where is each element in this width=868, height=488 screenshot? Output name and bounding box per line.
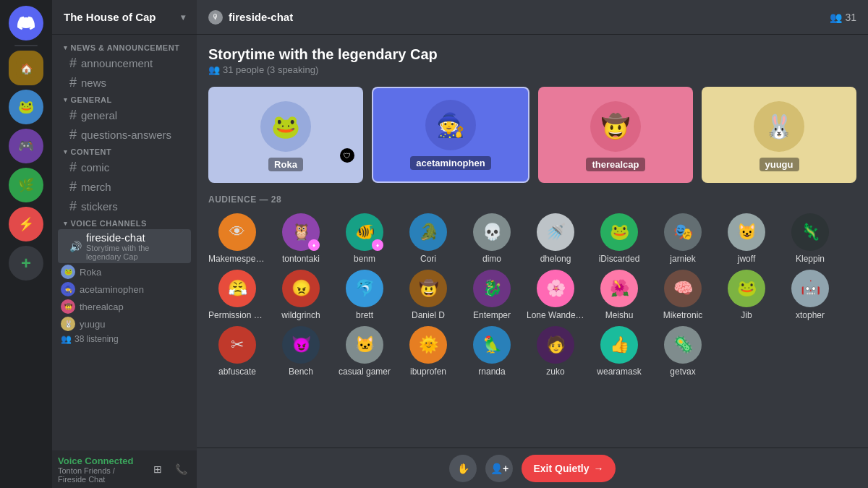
- voice-user-listening[interactable]: 👥 38 listening: [58, 333, 197, 346]
- speaker-name-acetaminophen: acetaminophen: [410, 156, 490, 170]
- audience-member-bench[interactable]: 😈Bench: [272, 326, 330, 377]
- audience-member-wearamask[interactable]: 👍wearamask: [590, 326, 648, 377]
- exit-quietly-button[interactable]: Exit Quietly →: [522, 455, 615, 482]
- server-3[interactable]: 🎮: [9, 129, 43, 163]
- add-server-button[interactable]: +: [9, 246, 43, 281]
- audience-member-meishu[interactable]: 🌺Meishu: [590, 270, 648, 320]
- mod-icon-roka: 🛡: [340, 148, 354, 163]
- hash-icon: #: [69, 75, 77, 90]
- audience-member-jarniek[interactable]: 🎭jarniek: [654, 213, 712, 264]
- raise-hand-button[interactable]: ✋: [449, 455, 477, 482]
- voice-user-roka[interactable]: 🐸 Roka: [58, 263, 197, 281]
- audience-name: zuko: [527, 367, 584, 377]
- audience-avatar: 🐊: [409, 213, 447, 251]
- audience-name: Permission Man: [208, 310, 266, 320]
- audience-member-zuko[interactable]: 🧑zuko: [527, 326, 584, 377]
- server-4[interactable]: 🌿: [9, 168, 43, 202]
- avatar-acetaminophen: 🧙: [61, 282, 75, 296]
- audience-member-lone-wanderer[interactable]: 🌸Lone Wanderer: [527, 270, 584, 320]
- category-label: NEWS & ANNOUNCEMENT: [71, 43, 180, 52]
- voice-user-name: Roka: [80, 267, 101, 278]
- channel-name: stickers: [81, 200, 118, 213]
- disconnect-icon[interactable]: 📞: [171, 459, 191, 479]
- audience-member-cori[interactable]: 🐊Cori: [399, 213, 457, 264]
- avatar-yuugu: 🐰: [61, 317, 75, 331]
- speaker-card-acetaminophen[interactable]: 🧙 acetaminophen: [372, 87, 529, 183]
- audience-member-casual-gamer[interactable]: 🐱casual gamer: [336, 326, 393, 377]
- audience-member-jib[interactable]: 🐸Jib: [718, 270, 775, 320]
- audience-avatar: 💀: [473, 213, 511, 251]
- speaker-card-therealcap[interactable]: 🤠 therealcap: [538, 87, 693, 183]
- server-2[interactable]: 🐸: [9, 90, 43, 124]
- audience-member-getvax[interactable]: 🦠getvax: [654, 326, 712, 377]
- speaker-name-yuugu: yuugu: [760, 158, 799, 171]
- audience-member-tontontaki[interactable]: 🦉♦tontontaki: [272, 213, 330, 264]
- voice-user-yuugu[interactable]: 🐰 yuugu: [58, 315, 197, 333]
- discord-home-icon[interactable]: [9, 6, 43, 40]
- audience-member-miketronic[interactable]: 🧠Miketronic: [654, 270, 712, 320]
- audience-avatar: 🌞: [409, 326, 447, 364]
- invite-button[interactable]: 👤+: [485, 455, 513, 482]
- audience-member-rnanda[interactable]: 🦜rnanda: [463, 326, 521, 377]
- badge-icon: ♦: [372, 239, 383, 251]
- hash-icon: #: [69, 199, 77, 214]
- audience-member-daniel-d[interactable]: 🤠Daniel D: [399, 270, 457, 320]
- voice-connected-subtitle: Tonton Friends / Fireside Chat: [58, 466, 145, 484]
- channel-announcement[interactable]: # announcement: [58, 53, 191, 73]
- audience-member-abfuscate[interactable]: ✂abfuscate: [208, 326, 266, 377]
- audience-member-ibuprofen[interactable]: 🌞ibuprofen: [399, 326, 457, 377]
- audience-member-permission-man[interactable]: 😤Permission Man: [208, 270, 266, 320]
- voice-user-therealcap[interactable]: 🤠 therealcap: [58, 298, 197, 315]
- audience-avatar: 🚿: [537, 213, 574, 251]
- audience-name: getvax: [654, 367, 712, 377]
- badge-icon: ♦: [308, 239, 320, 251]
- sound-settings-icon[interactable]: ⊞: [148, 459, 168, 479]
- category-label: VOICE CHANNELS: [71, 219, 147, 228]
- category-general[interactable]: ▾ GENERAL: [52, 93, 197, 106]
- server-header[interactable]: The House of Cap ▾: [52, 0, 197, 35]
- channel-general[interactable]: # general: [58, 106, 191, 125]
- stage-title-area: Storytime with the legendary Cap 👥 31 pe…: [208, 46, 856, 75]
- channel-news[interactable]: # news: [58, 73, 191, 93]
- speaker-card-yuugu[interactable]: 🐰 yuugu: [702, 87, 856, 183]
- audience-name: dhelong: [527, 254, 584, 264]
- audience-member-entemper[interactable]: 🐉Entemper: [463, 270, 521, 320]
- stage-channel-icon: 🎙: [208, 10, 223, 25]
- audience-avatar: 😤: [218, 270, 256, 307]
- speaker-card-roka[interactable]: 🐸 Roka 🛡: [208, 87, 363, 183]
- audience-member-xtopher[interactable]: 🤖xtopher: [781, 270, 839, 320]
- audience-member-brett[interactable]: 🐬brett: [336, 270, 393, 320]
- audience-member-jwoff[interactable]: 😺jwoff: [718, 213, 775, 264]
- channel-name: merch: [81, 181, 111, 193]
- channel-questions-answers[interactable]: # questions-answers: [58, 125, 191, 145]
- server-5[interactable]: ⚡: [9, 207, 43, 241]
- audience-avatar: 🦉♦: [282, 213, 320, 251]
- voice-channel-topic: Storytime with the legendary Cap: [86, 244, 185, 261]
- channel-merch[interactable]: # merch: [58, 177, 191, 197]
- voice-user-acetaminophen[interactable]: 🧙 acetaminophen: [58, 281, 197, 298]
- channel-fireside-chat[interactable]: 🔊 fireside-chat Storytime with the legen…: [58, 229, 191, 263]
- audience-member-dhelong[interactable]: 🚿dhelong: [527, 213, 584, 264]
- category-voice[interactable]: ▾ VOICE CHANNELS: [52, 216, 197, 229]
- audience-member-wildgrinch[interactable]: 😠wildgrinch: [272, 270, 330, 320]
- audience-member-dimo[interactable]: 💀dimo: [463, 213, 521, 264]
- channel-name: news: [81, 77, 106, 89]
- channel-stickers[interactable]: # stickers: [58, 197, 191, 216]
- audience-member-idiscarded[interactable]: 🐸iDiscarded: [590, 213, 648, 264]
- channel-comic[interactable]: # comic: [58, 158, 191, 177]
- audience-member-kleppin[interactable]: 🦎Kleppin: [781, 213, 839, 264]
- voice-channel-name: fireside-chat: [86, 231, 185, 244]
- category-content[interactable]: ▾ CONTENT: [52, 145, 197, 158]
- channel-name: announcement: [81, 57, 153, 69]
- member-count: 👥 31: [830, 12, 856, 23]
- audience-member-benm[interactable]: 🐠♦benm: [336, 213, 393, 264]
- audience-name: jarniek: [654, 254, 712, 264]
- audience-member-makemespeakrr[interactable]: 👁Makemespeakrr: [208, 213, 266, 264]
- category-news[interactable]: ▾ NEWS & ANNOUNCEMENT: [52, 40, 197, 53]
- exit-label: Exit Quietly: [533, 463, 589, 474]
- audience-avatar: 🌺: [600, 270, 638, 307]
- server-house-of-cap[interactable]: 🏠: [9, 51, 43, 85]
- hash-icon: #: [69, 56, 77, 71]
- audience-name: Lone Wanderer: [527, 310, 584, 320]
- audience-name: jwoff: [718, 254, 775, 264]
